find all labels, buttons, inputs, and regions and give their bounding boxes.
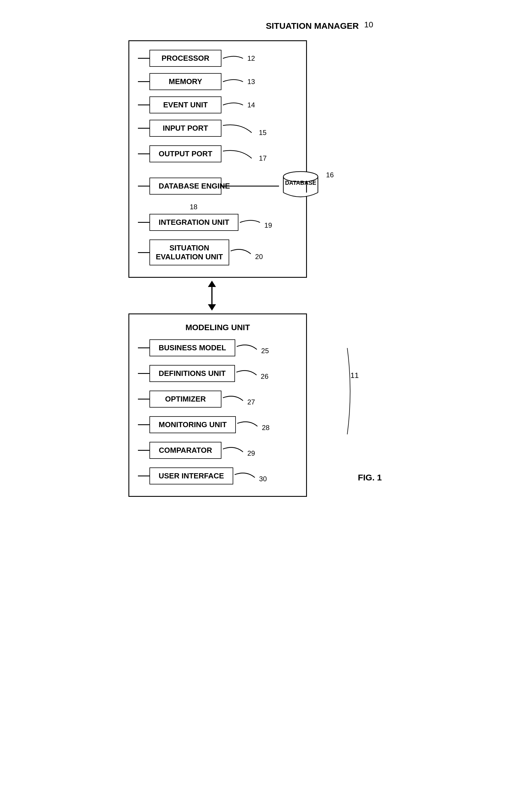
optimizer-number: 27 [247, 398, 255, 406]
monitoring-unit-curve [237, 419, 260, 431]
arrow-up-head [208, 281, 216, 287]
fig-label: FIG. 1 [358, 473, 382, 483]
situation-manager-number: 10 [364, 20, 373, 29]
left-line [138, 222, 149, 223]
database-cylinder-wrapper: DATABASE 16 [279, 171, 322, 201]
business-model-box: BUSINESS MODEL [149, 339, 235, 356]
input-port-curve [223, 121, 257, 136]
situation-manager-label: SITUATION MANAGER [266, 20, 359, 31]
situation-manager-wrapper: SITUATION MANAGER 10 PROCESSOR 12 MEMORY [128, 17, 388, 278]
component-row-optimizer: OPTIMIZER 27 [138, 390, 297, 408]
left-line [138, 475, 149, 476]
user-interface-number: 30 [259, 475, 267, 483]
db-connector-line [222, 186, 279, 186]
definitions-unit-box: DEFINITIONS UNIT [149, 365, 235, 382]
integration-unit-number: 19 [264, 221, 272, 229]
user-interface-box: USER INTERFACE [149, 467, 233, 485]
left-line [138, 252, 149, 253]
business-model-number: 25 [261, 347, 269, 355]
bidirectional-arrow [208, 281, 216, 311]
component-row-user-interface: USER INTERFACE 30 [138, 467, 297, 485]
event-unit-curve [223, 101, 246, 109]
memory-curve [223, 78, 246, 86]
arrow-shaft [211, 287, 212, 304]
sit-eval-curve [231, 245, 254, 260]
db-engine-number: 18 [190, 203, 297, 211]
integration-unit-curve [240, 218, 263, 227]
modeling-unit-brace [342, 348, 353, 434]
situation-eval-box: SITUATIONEVALUATION UNIT [149, 239, 229, 265]
component-row-memory: MEMORY 13 [138, 73, 297, 90]
monitoring-unit-number: 28 [262, 424, 269, 432]
optimizer-curve [223, 394, 246, 405]
processor-box: PROCESSOR [149, 50, 222, 67]
left-line [138, 153, 149, 154]
left-line [138, 186, 149, 186]
left-line [138, 58, 149, 59]
input-port-number: 15 [259, 129, 267, 137]
left-line [138, 373, 149, 374]
integration-unit-box: INTEGRATION UNIT [149, 214, 238, 231]
business-model-curve [237, 342, 260, 354]
left-line [138, 399, 149, 400]
output-port-box: OUTPUT PORT [149, 145, 222, 162]
optimizer-box: OPTIMIZER [149, 390, 222, 408]
modeling-unit-box: MODELING UNIT BUSINESS MODEL 25 DEFINITI… [128, 314, 307, 497]
input-port-box: INPUT PORT [149, 120, 222, 137]
component-row-definitions-unit: DEFINITIONS UNIT 26 [138, 365, 297, 382]
situation-manager-box: PROCESSOR 12 MEMORY 13 EVENT UNIT [128, 40, 307, 278]
component-row-db-engine: DATABASE ENGINE DATABASE 16 [138, 171, 297, 201]
event-unit-number: 14 [247, 101, 255, 109]
database-engine-box: DATABASE ENGINE [149, 178, 222, 195]
component-row-business-model: BUSINESS MODEL 25 [138, 339, 297, 356]
output-port-number: 17 [259, 154, 267, 162]
component-row-integration-unit: INTEGRATION UNIT 19 [138, 214, 297, 231]
definitions-unit-curve [236, 368, 259, 379]
component-row-processor: PROCESSOR 12 [138, 50, 297, 67]
database-label: DATABASE [279, 180, 322, 186]
modeling-unit-wrapper: MODELING UNIT BUSINESS MODEL 25 DEFINITI… [128, 314, 388, 497]
component-row-event-unit: EVENT UNIT 14 [138, 96, 297, 113]
output-port-curve [223, 147, 257, 161]
component-row-input-port: INPUT PORT 15 [138, 120, 297, 137]
left-line [138, 128, 149, 129]
comparator-curve [223, 445, 246, 456]
processor-curve [223, 54, 246, 63]
modeling-unit-title: MODELING UNIT [138, 323, 297, 332]
component-row-sit-eval: SITUATIONEVALUATION UNIT 20 [138, 239, 297, 265]
left-line [138, 105, 149, 105]
event-unit-box: EVENT UNIT [149, 96, 222, 113]
left-line [138, 450, 149, 451]
left-line [138, 424, 149, 425]
arrow-down-head [208, 304, 216, 311]
comparator-box: COMPARATOR [149, 442, 222, 459]
left-line [138, 81, 149, 82]
user-interface-curve [235, 470, 258, 482]
definitions-unit-number: 26 [261, 373, 269, 380]
database-number: 16 [326, 171, 334, 179]
memory-number: 13 [247, 78, 255, 86]
component-row-comparator: COMPARATOR 29 [138, 442, 297, 459]
processor-number: 12 [247, 54, 255, 62]
left-line [138, 347, 149, 348]
component-row-monitoring-unit: MONITORING UNIT 28 [138, 416, 297, 433]
component-row-output-port: OUTPUT PORT 17 [138, 145, 297, 162]
diagram-container: SITUATION MANAGER 10 PROCESSOR 12 MEMORY [99, 17, 417, 497]
monitoring-unit-box: MONITORING UNIT [149, 416, 236, 433]
comparator-number: 29 [247, 449, 255, 457]
sit-eval-number: 20 [255, 253, 263, 261]
memory-box: MEMORY [149, 73, 222, 90]
